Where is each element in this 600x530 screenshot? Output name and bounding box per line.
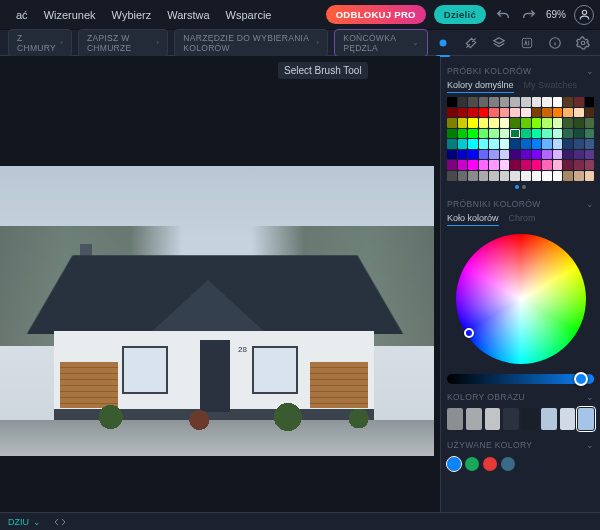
swatch[interactable] (532, 129, 542, 139)
used-color-swatch[interactable] (447, 457, 461, 471)
swatch[interactable] (500, 118, 510, 128)
adjust-tab-icon[interactable] (462, 34, 480, 52)
swatch[interactable] (563, 108, 573, 118)
tab-default-swatches[interactable]: Kolory domyślne (447, 80, 514, 93)
swatch[interactable] (553, 150, 563, 160)
image-color-swatch[interactable] (466, 408, 482, 430)
swatch[interactable] (532, 139, 542, 149)
swatch[interactable] (468, 97, 478, 107)
toolbar-chip-3[interactable]: KOŃCÓWKA PĘDZLA⌄ (334, 29, 428, 57)
swatch[interactable] (574, 97, 584, 107)
swatch[interactable] (553, 160, 563, 170)
share-button[interactable]: Dzielić (434, 5, 486, 24)
swatch[interactable] (447, 108, 457, 118)
swatch[interactable] (532, 118, 542, 128)
color-wheel[interactable] (456, 234, 586, 364)
swatch[interactable] (489, 171, 499, 181)
swatch[interactable] (553, 171, 563, 181)
swatch[interactable] (447, 97, 457, 107)
swatch[interactable] (468, 108, 478, 118)
swatch[interactable] (563, 118, 573, 128)
tab-chrome-picker[interactable]: Chrom (509, 213, 536, 226)
image-color-swatch[interactable] (541, 408, 557, 430)
zoom-level[interactable]: 69% (546, 9, 566, 20)
swatch[interactable] (574, 108, 584, 118)
swatch[interactable] (489, 160, 499, 170)
swatch[interactable] (585, 108, 595, 118)
swatch[interactable] (479, 129, 489, 139)
image-colors-section-header[interactable]: KOLORY OBRAZU ⌄ (447, 392, 594, 402)
swatch[interactable] (489, 129, 499, 139)
swatch[interactable] (585, 150, 595, 160)
swatch[interactable] (574, 118, 584, 128)
swatch[interactable] (521, 108, 531, 118)
swatch[interactable] (585, 97, 595, 107)
swatch[interactable] (489, 118, 499, 128)
swatch[interactable] (510, 118, 520, 128)
pickers-section-header[interactable]: PRÓBNIKI KOLORÓW ⌄ (447, 199, 594, 209)
settings-tab-icon[interactable] (574, 34, 592, 52)
image-color-swatch[interactable] (578, 408, 594, 430)
swatch[interactable] (553, 139, 563, 149)
canvas-image[interactable]: 28 (0, 166, 434, 456)
swatch[interactable] (479, 97, 489, 107)
code-icon[interactable] (51, 513, 69, 531)
swatch[interactable] (468, 118, 478, 128)
swatch[interactable] (500, 171, 510, 181)
used-color-swatch[interactable] (483, 457, 497, 471)
swatch[interactable] (510, 171, 520, 181)
swatch[interactable] (500, 160, 510, 170)
swatch[interactable] (532, 171, 542, 181)
swatch[interactable] (479, 108, 489, 118)
swatch[interactable] (458, 108, 468, 118)
swatch[interactable] (521, 97, 531, 107)
swatch[interactable] (574, 150, 584, 160)
unlock-pro-button[interactable]: ODBLOKUJ PRO (326, 5, 426, 24)
swatch[interactable] (521, 118, 531, 128)
used-colors-section-header[interactable]: UŻYWANE KOLORY ⌄ (447, 440, 594, 450)
swatch[interactable] (532, 97, 542, 107)
swatch[interactable] (458, 97, 468, 107)
image-color-swatch[interactable] (503, 408, 519, 430)
bottom-label[interactable]: DZIU (8, 517, 29, 527)
swatch[interactable] (479, 171, 489, 181)
swatch[interactable] (510, 108, 520, 118)
swatch[interactable] (585, 129, 595, 139)
menu-item-4[interactable]: Wsparcie (220, 5, 278, 25)
toolbar-chip-2[interactable]: NARZĘDZIE DO WYBIERANIA KOLORÓW› (174, 29, 328, 57)
swatch[interactable] (510, 150, 520, 160)
info-tab-icon[interactable] (546, 34, 564, 52)
menu-item-3[interactable]: Warstwa (161, 5, 215, 25)
color-tab-icon[interactable] (434, 34, 452, 52)
swatch[interactable] (542, 139, 552, 149)
swatch[interactable] (563, 150, 573, 160)
swatch[interactable] (510, 97, 520, 107)
swatch-pager[interactable] (447, 185, 594, 189)
swatch[interactable] (574, 171, 584, 181)
swatch[interactable] (574, 139, 584, 149)
swatch[interactable] (447, 160, 457, 170)
used-color-swatch[interactable] (501, 457, 515, 471)
toolbar-chip-0[interactable]: Z CHMURY› (8, 29, 72, 57)
swatch[interactable] (447, 171, 457, 181)
menu-item-1[interactable]: Wizerunek (38, 5, 102, 25)
swatch[interactable] (510, 139, 520, 149)
swatch[interactable] (542, 108, 552, 118)
swatch[interactable] (532, 150, 542, 160)
menu-item-0[interactable]: ać (10, 5, 34, 25)
undo-icon[interactable] (494, 6, 512, 24)
swatch[interactable] (542, 150, 552, 160)
swatch[interactable] (542, 160, 552, 170)
swatch[interactable] (563, 129, 573, 139)
image-color-swatch[interactable] (485, 408, 501, 430)
swatch[interactable] (532, 108, 542, 118)
swatch[interactable] (479, 160, 489, 170)
swatch[interactable] (563, 139, 573, 149)
swatch[interactable] (542, 171, 552, 181)
swatch[interactable] (468, 150, 478, 160)
color-wheel-cursor[interactable] (464, 328, 474, 338)
swatch[interactable] (563, 160, 573, 170)
swatch[interactable] (563, 97, 573, 107)
redo-icon[interactable] (520, 6, 538, 24)
swatch[interactable] (521, 129, 531, 139)
